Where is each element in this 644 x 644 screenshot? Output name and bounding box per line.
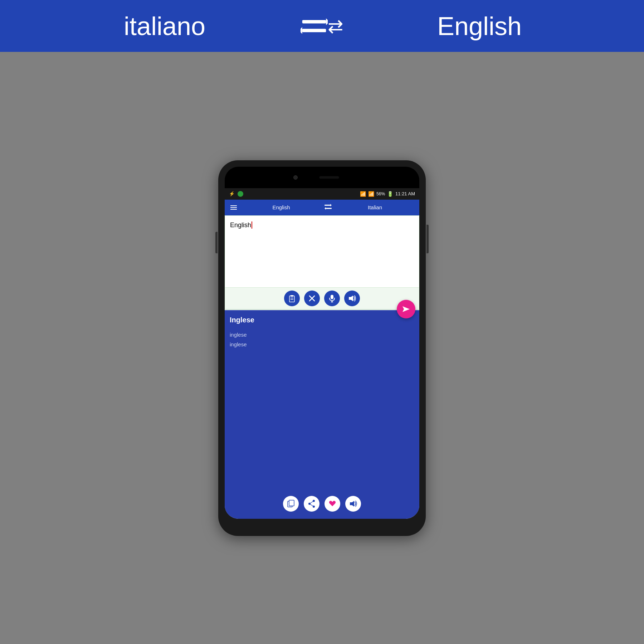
output-action-buttons [225, 492, 419, 515]
output-secondary-text: inglese inglese [230, 330, 414, 349]
front-camera [293, 175, 298, 180]
svg-line-24 [309, 501, 314, 504]
input-content: English [230, 221, 251, 229]
time-display: 11:21 AM [395, 191, 415, 196]
microphone-button[interactable] [324, 291, 340, 306]
svg-rect-6 [326, 208, 332, 209]
speaker-grille [319, 176, 339, 179]
output-line-1: inglese [230, 330, 414, 340]
input-area[interactable]: English [225, 215, 419, 309]
status-bar: ⚡ 📶 📶 56% 🔋 11:21 AM [225, 188, 419, 200]
clear-button[interactable] [304, 291, 320, 306]
phone-container: ⚡ 📶 📶 56% 🔋 11:21 AM English [0, 52, 644, 644]
input-action-buttons [225, 287, 419, 309]
copy-output-button[interactable] [283, 496, 299, 512]
status-icons-left: ⚡ [229, 191, 243, 197]
navbar-swap-icon[interactable] [324, 204, 332, 211]
share-button[interactable] [304, 496, 319, 512]
header-target-language[interactable]: English [343, 11, 615, 41]
translate-button[interactable] [397, 300, 415, 318]
svg-rect-0 [302, 20, 326, 23]
speaker-output-button[interactable] [345, 496, 361, 512]
svg-marker-17 [349, 296, 353, 301]
wifi-icon: 📶 [360, 191, 366, 197]
svg-line-25 [309, 504, 314, 507]
app-navbar: English Italian [225, 200, 419, 215]
hamburger-menu[interactable] [229, 204, 238, 211]
phone-screen: ⚡ 📶 📶 56% 🔋 11:21 AM English [225, 188, 419, 519]
battery-text: 56% [376, 191, 385, 196]
header-source-language[interactable]: italiano [29, 11, 301, 41]
svg-marker-5 [330, 204, 332, 206]
svg-rect-9 [291, 295, 293, 297]
svg-rect-2 [302, 29, 326, 32]
input-text-display[interactable]: English [225, 216, 419, 287]
output-main-text: Inglese [230, 316, 414, 324]
navbar-target-lang[interactable]: Italian [335, 204, 415, 210]
phone-top [225, 167, 419, 188]
clipboard-button[interactable] [284, 291, 300, 306]
svg-marker-26 [350, 501, 354, 507]
speaker-input-button[interactable] [344, 291, 360, 306]
output-area: Inglese inglese inglese [225, 310, 419, 519]
svg-marker-7 [325, 207, 326, 210]
output-line-2: inglese [230, 340, 414, 349]
signal-icon: 📶 [368, 191, 374, 197]
notification-icon [238, 191, 243, 197]
header-swap-icon[interactable]: ⇄ [301, 15, 343, 37]
svg-marker-3 [301, 27, 302, 34]
phone-device: ⚡ 📶 📶 56% 🔋 11:21 AM English [218, 160, 426, 536]
power-button[interactable] [426, 225, 429, 253]
favorite-button[interactable] [325, 496, 340, 512]
volume-button[interactable] [215, 232, 218, 253]
navbar-source-lang[interactable]: English [241, 204, 321, 210]
svg-rect-8 [289, 296, 294, 302]
svg-rect-4 [325, 205, 330, 206]
top-header: italiano ⇄ English [0, 0, 644, 52]
battery-icon: 🔋 [387, 191, 393, 197]
text-cursor [252, 221, 252, 229]
usb-icon: ⚡ [229, 191, 235, 196]
svg-rect-20 [289, 500, 294, 506]
status-icons-right: 📶 📶 56% 🔋 11:21 AM [360, 191, 415, 197]
svg-rect-14 [331, 295, 333, 299]
svg-marker-18 [402, 306, 410, 312]
